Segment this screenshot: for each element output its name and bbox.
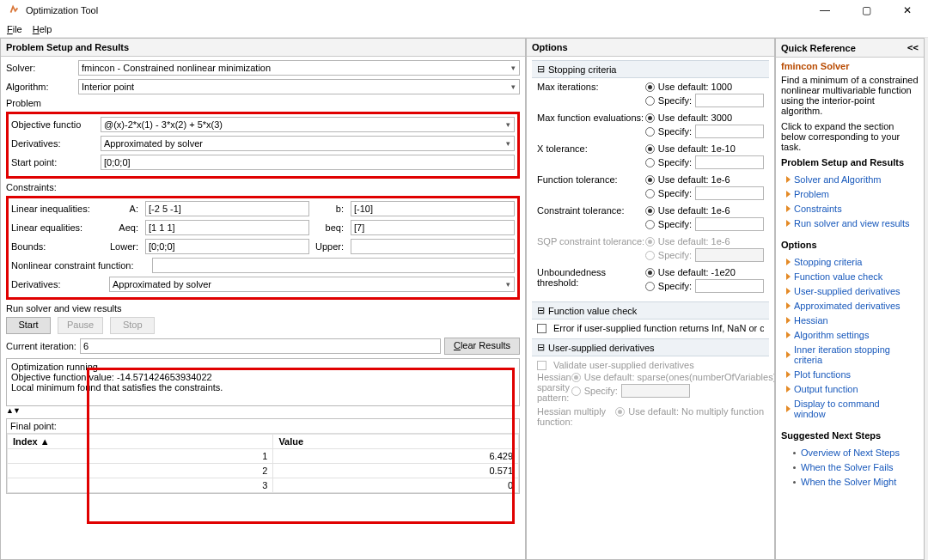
xtol-input[interactable] <box>695 155 764 169</box>
stopping-criteria-header[interactable]: ⊟Stopping criteria <box>532 60 769 78</box>
iteration-label: Current iteration: <box>6 341 76 351</box>
derivs2-select[interactable]: Approximated by solver <box>109 277 515 292</box>
qr-link[interactable]: User-supplied derivatives <box>786 286 913 296</box>
final-point-table: Index ▲Value 16.429 20.571 30 <box>7 434 519 493</box>
b-input[interactable]: [-10] <box>351 201 515 216</box>
qr-collapse-icon[interactable]: << <box>907 42 919 53</box>
constraints-box: Linear inequalities: A:[-2 5 -1] b:[-10]… <box>6 196 520 300</box>
table-row: 20.571 <box>8 464 519 478</box>
clear-results-button[interactable]: Clear Results <box>444 338 520 355</box>
objective-input[interactable]: @(x)-2*x(1) - 3*x(2) + 5*x(3) <box>101 117 515 132</box>
start-button[interactable]: Start <box>6 317 51 334</box>
lin-ineq-label: Linear inequalities: <box>11 204 106 214</box>
stop-button[interactable]: Stop <box>110 317 155 334</box>
window-title: Optimization Tool <box>26 5 811 15</box>
qr-link[interactable]: Output function <box>786 384 913 394</box>
close-button[interactable]: ✕ <box>894 2 921 19</box>
table-row: 16.429 <box>8 449 519 464</box>
ctol-input[interactable] <box>695 217 764 231</box>
Lower-input[interactable]: [0;0;0] <box>145 239 309 254</box>
xtol-spec-radio[interactable] <box>645 158 655 167</box>
qr-link[interactable]: When the Solver Fails <box>786 462 913 472</box>
A-input[interactable]: [-2 5 -1] <box>145 201 309 216</box>
unb-spec-radio[interactable] <box>645 282 655 291</box>
usd-header[interactable]: ⊟User-supplied derivatives <box>532 338 769 356</box>
left-panel-body: Solver: fmincon - Constrained nonlinear … <box>1 57 525 559</box>
menu-help[interactable]: Help <box>33 24 52 34</box>
qr-link[interactable]: Algorithm settings <box>786 330 913 340</box>
Aeq-input[interactable]: [1 1 1] <box>145 220 309 235</box>
hsp-spec-radio <box>571 387 581 396</box>
qr-link[interactable]: Approximated derivatives <box>786 301 913 311</box>
qr-link[interactable]: Inner iteration stopping criteria <box>786 344 913 365</box>
menu-file[interactable]: File <box>7 24 22 34</box>
qr-link[interactable]: Stopping criteria <box>786 257 913 267</box>
qr-link[interactable]: When the Solver Might <box>786 477 913 487</box>
nonlin-label: Nonlinear constraint function: <box>11 260 149 271</box>
ftol-input[interactable] <box>695 186 764 200</box>
qr-link[interactable]: Function value check <box>786 271 913 282</box>
solver-label: Solver: <box>6 63 75 73</box>
final-point-label: Final point: <box>7 419 519 434</box>
maxiter-default-radio[interactable] <box>645 82 655 92</box>
maxfun-input[interactable] <box>695 125 764 138</box>
algorithm-label: Algorithm: <box>6 82 75 92</box>
qr-link[interactable]: Problem <box>786 189 913 199</box>
qr-link[interactable]: Plot functions <box>786 369 913 380</box>
Upper-input[interactable] <box>351 239 515 254</box>
minimize-button[interactable]: — <box>811 2 839 19</box>
options-body: ⊟Stopping criteria Max iterations: Use d… <box>527 57 774 559</box>
sqp-input <box>695 248 764 262</box>
final-point-panel: Final point: Index ▲Value 16.429 20.571 … <box>6 418 520 494</box>
qr-link[interactable]: Overview of Next Steps <box>786 447 913 458</box>
sqp-spec-radio <box>645 251 655 260</box>
qr-link[interactable]: Solver and Algorithm <box>786 174 913 185</box>
algorithm-select[interactable]: Interior point <box>78 79 520 94</box>
hmf-default-radio <box>615 407 625 417</box>
problem-box: Objective functio @(x)-2*x(1) - 3*x(2) +… <box>6 112 520 179</box>
solver-select[interactable]: fmincon - Constrained nonlinear minimiza… <box>78 60 520 76</box>
objective-label: Objective functio <box>11 119 97 130</box>
nonlin-input[interactable] <box>152 258 515 273</box>
lin-eq-label: Linear equalities: <box>11 222 106 233</box>
derivatives-select[interactable]: Approximated by solver <box>101 136 515 151</box>
qr-header: Quick Reference << <box>776 39 924 58</box>
bounds-label: Bounds: <box>11 241 106 252</box>
maxfun-spec-radio[interactable] <box>645 127 655 137</box>
maxiter-input[interactable] <box>695 94 764 107</box>
qr-solver-name: fmincon Solver <box>781 61 919 71</box>
derivs2-label: Derivatives: <box>11 279 106 289</box>
qr-link[interactable]: Constraints <box>786 204 913 214</box>
derivatives-label: Derivatives: <box>11 138 97 149</box>
pause-button[interactable]: Pause <box>58 317 103 334</box>
xtol-default-radio[interactable] <box>645 144 655 154</box>
matlab-icon <box>7 3 21 17</box>
constraints-group: Constraints: <box>6 182 520 192</box>
hsp-default-radio <box>571 373 581 382</box>
options-header: Options <box>527 39 774 57</box>
fvc-header[interactable]: ⊟Function value check <box>532 301 769 320</box>
unb-default-radio[interactable] <box>645 268 655 277</box>
ctol-spec-radio[interactable] <box>645 220 655 229</box>
ftol-default-radio[interactable] <box>645 175 655 185</box>
qr-link[interactable]: Display to command window <box>786 399 913 419</box>
startpoint-input[interactable]: [0;0;0] <box>101 155 515 170</box>
output-toggle[interactable]: ▲▼ <box>6 406 520 415</box>
problem-group: Problem <box>6 98 520 108</box>
menubar: File Help <box>0 21 928 38</box>
qr-link[interactable]: Hessian <box>786 315 913 326</box>
left-panel-header: Problem Setup and Results <box>1 39 525 57</box>
ftol-spec-radio[interactable] <box>645 189 655 198</box>
fvc-checkbox[interactable] <box>537 324 546 333</box>
usd-checkbox <box>537 361 546 370</box>
beq-input[interactable]: [7] <box>351 220 515 235</box>
ctol-default-radio[interactable] <box>645 206 655 216</box>
maxfun-default-radio[interactable] <box>645 113 655 123</box>
qr-link[interactable]: Run solver and view results <box>786 218 913 228</box>
sqp-default-radio <box>645 237 655 247</box>
output-text: Optimization running. Objective function… <box>6 358 520 406</box>
unb-input[interactable] <box>695 279 764 293</box>
maximize-button[interactable]: ▢ <box>852 2 880 19</box>
startpoint-label: Start point: <box>11 157 97 167</box>
maxiter-spec-radio[interactable] <box>645 96 655 106</box>
